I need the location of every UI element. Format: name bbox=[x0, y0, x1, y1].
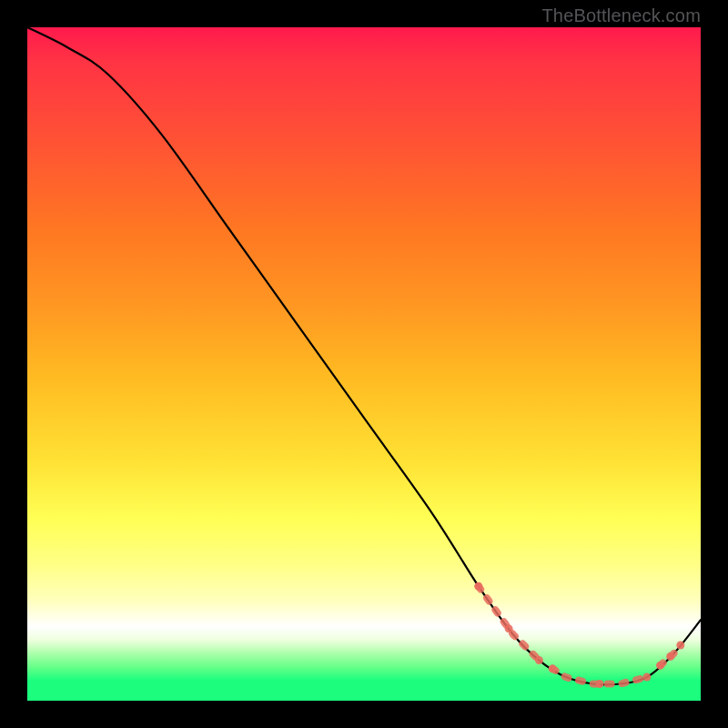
highlight-segment bbox=[479, 586, 540, 660]
watermark-text: TheBottleneck.com bbox=[541, 5, 701, 26]
highlight-dot bbox=[666, 652, 674, 661]
highlight-dot bbox=[676, 641, 684, 649]
highlight-dot bbox=[656, 662, 664, 670]
plot-area bbox=[27, 27, 701, 701]
highlight-dot bbox=[474, 582, 482, 591]
highlight-dot bbox=[642, 673, 651, 682]
chart-frame: TheBottleneck.com bbox=[0, 0, 728, 728]
highlight-dot bbox=[535, 656, 543, 664]
curve-svg bbox=[27, 27, 701, 701]
highlight-dot bbox=[549, 664, 557, 672]
main-curve bbox=[27, 27, 701, 684]
highlight-dot bbox=[505, 624, 513, 632]
highlight-dot bbox=[596, 680, 604, 688]
